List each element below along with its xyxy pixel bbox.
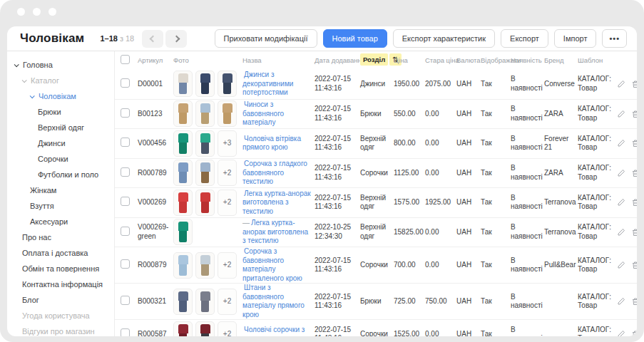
sidebar-item[interactable]: Жінкам <box>7 182 114 198</box>
availability-cell: В наявності <box>511 326 544 336</box>
delete-icon[interactable] <box>631 80 637 88</box>
select-all-checkbox[interactable] <box>121 55 130 64</box>
row-checkbox[interactable] <box>121 328 130 336</box>
product-photo[interactable] <box>173 100 193 127</box>
brand-cell: Pull&Bear <box>544 261 578 270</box>
product-name-link[interactable]: Чоловічі сорочки з легкого текстилю <box>242 326 305 336</box>
sidebar-item[interactable]: Футболки и поло <box>7 167 114 182</box>
sidebar-item[interactable]: Обмін та повернення <box>7 261 114 276</box>
edit-icon[interactable] <box>617 330 625 336</box>
product-name-link[interactable]: Легка куртка-анорак виготовлена з тексти… <box>242 219 308 244</box>
product-photo[interactable] <box>195 252 215 279</box>
next-page-button[interactable] <box>165 30 187 48</box>
product-name-link[interactable]: Сорочка з гладкого бавовняного текстилю <box>242 160 307 185</box>
product-photo[interactable] <box>195 130 215 157</box>
price-cell: 725.00 <box>394 297 425 306</box>
sidebar-item[interactable]: Джинси <box>7 135 114 151</box>
row-checkbox[interactable] <box>121 167 130 177</box>
minimize-window-button[interactable] <box>33 8 41 16</box>
product-photo[interactable] <box>173 160 193 186</box>
sidebar-item[interactable]: Чоловікам <box>7 88 114 104</box>
product-photo[interactable] <box>173 289 193 315</box>
edit-icon[interactable] <box>617 198 625 207</box>
product-photo[interactable] <box>173 71 193 97</box>
table-row: D00001 Джинси з декоративними потертостя… <box>115 69 637 99</box>
product-photo[interactable] <box>195 190 215 216</box>
export-button[interactable]: Експорт <box>501 29 548 48</box>
section-cell: Верхній одяг <box>360 223 394 241</box>
row-checkbox[interactable] <box>121 78 130 88</box>
column-header-old-price: Стара ціна <box>425 56 456 65</box>
delete-icon[interactable] <box>631 198 637 207</box>
more-photos-badge[interactable]: +2 <box>218 160 237 186</box>
hide-modifications-button[interactable]: Приховати модифікації <box>215 29 317 48</box>
delete-icon[interactable] <box>631 261 637 269</box>
display-cell: Так <box>481 261 511 270</box>
product-photo[interactable] <box>173 219 193 245</box>
close-window-button[interactable] <box>17 8 25 16</box>
edit-icon[interactable] <box>617 261 625 269</box>
new-product-button[interactable]: Новий товар <box>323 29 387 48</box>
product-photo[interactable] <box>195 289 215 315</box>
product-photo[interactable] <box>195 160 215 186</box>
sidebar-item[interactable]: Аксесуари <box>7 214 114 229</box>
sidebar-item[interactable]: Сорочки <box>7 151 114 167</box>
edit-icon[interactable] <box>617 139 625 147</box>
product-name-link[interactable]: Штани з бавовняного матеріалу прямого кр… <box>242 284 305 318</box>
product-photo[interactable] <box>195 100 215 127</box>
import-button[interactable]: Імпорт <box>554 29 597 48</box>
delete-icon[interactable] <box>631 139 637 147</box>
row-checkbox[interactable] <box>121 138 130 147</box>
product-photo[interactable] <box>195 71 215 97</box>
delete-icon[interactable] <box>631 228 637 237</box>
product-photo[interactable] <box>173 321 193 336</box>
more-photos-badge[interactable]: +2 <box>218 289 237 315</box>
delete-icon[interactable] <box>631 297 637 306</box>
product-name-link[interactable]: Сорочка з бавовняного матеріалу притален… <box>242 247 302 282</box>
sidebar-item[interactable]: Про нас <box>7 229 114 245</box>
edit-icon[interactable] <box>617 228 625 237</box>
sidebar-item[interactable]: Оплата і доставка <box>7 245 114 261</box>
sidebar-item[interactable]: Угода користувача <box>7 308 114 323</box>
sidebar-item[interactable]: Відгуки про магазин <box>7 323 114 336</box>
product-photo[interactable] <box>218 100 237 127</box>
sidebar-item-label: Верхній одяг <box>38 123 84 132</box>
sidebar-item[interactable]: Контактна інформація <box>7 276 114 292</box>
prev-page-button[interactable] <box>142 30 163 48</box>
row-checkbox[interactable] <box>121 197 130 206</box>
export-characteristics-button[interactable]: Експорт характеристик <box>393 29 495 48</box>
product-name-link[interactable]: Чоловіча вітрівка прямого крою <box>242 135 301 152</box>
edit-icon[interactable] <box>617 297 625 306</box>
more-photos-badge[interactable]: +2 <box>218 252 237 279</box>
delete-icon[interactable] <box>631 330 637 336</box>
row-checkbox[interactable] <box>121 296 130 305</box>
sidebar-item[interactable]: Каталог <box>7 73 114 88</box>
product-photo[interactable] <box>195 321 215 336</box>
row-checkbox[interactable] <box>121 227 130 236</box>
row-checkbox[interactable] <box>121 259 130 269</box>
product-photo[interactable] <box>173 190 193 216</box>
sidebar-item[interactable]: Головна <box>7 57 114 73</box>
sidebar-item[interactable]: Верхній одяг <box>7 120 114 135</box>
product-photo[interactable] <box>173 130 193 157</box>
product-photo[interactable] <box>173 252 193 279</box>
product-name-link[interactable]: Легка куртка-анорак виготовлена з тексти… <box>242 190 311 215</box>
maximize-window-button[interactable] <box>48 8 56 16</box>
more-photos-badge[interactable]: +2 <box>218 321 237 336</box>
sidebar-item[interactable]: Брюки <box>7 104 114 120</box>
more-photos-badge[interactable]: +3 <box>218 130 237 157</box>
product-name-link[interactable]: Джинси з декоративними потертостями <box>242 71 293 96</box>
sidebar-item[interactable]: Блог <box>7 292 114 308</box>
section-sort-label[interactable]: Розділ <box>360 53 388 66</box>
delete-icon[interactable] <box>631 110 637 118</box>
more-photos-badge[interactable]: +2 <box>218 190 237 216</box>
more-actions-button[interactable]: ••• <box>602 29 627 48</box>
edit-icon[interactable] <box>617 169 625 177</box>
product-photo[interactable] <box>218 71 237 97</box>
product-name-link[interactable]: Чиноси з бавовняного матеріалу <box>242 100 284 126</box>
delete-icon[interactable] <box>631 169 637 177</box>
row-checkbox[interactable] <box>121 108 130 118</box>
edit-icon[interactable] <box>617 80 625 88</box>
sidebar-item[interactable]: Взуття <box>7 198 114 214</box>
edit-icon[interactable] <box>617 110 625 118</box>
